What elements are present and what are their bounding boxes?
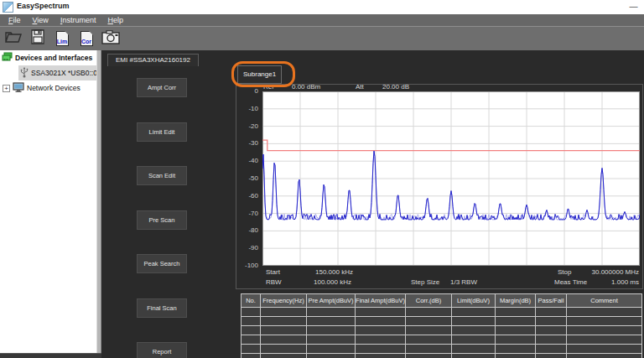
screenshot-button[interactable] (101, 29, 121, 49)
correction-file-button[interactable]: Cor (76, 29, 96, 49)
results-cell (452, 345, 496, 354)
results-cell (452, 317, 496, 326)
report-button[interactable]: Report (137, 342, 187, 358)
limit-edit-button[interactable]: Limit Edit (137, 122, 187, 142)
y-tick-label: -20 (248, 123, 258, 130)
col-final-ampt[interactable]: Final Ampt(dBuV) (356, 294, 406, 308)
y-tick-label: -10 (248, 106, 258, 112)
save-floppy-icon (30, 29, 45, 48)
minimize-button[interactable]: — (627, 3, 640, 13)
results-empty-row[interactable] (242, 354, 642, 358)
col-pre-ampt[interactable]: Pre Ampt(dBuV) (307, 294, 356, 308)
page-fold (65, 31, 69, 35)
tree-root-devices-and-interfaces[interactable]: Devices and Interfaces (0, 50, 96, 65)
results-cell (567, 354, 642, 358)
y-tick-label: -70 (248, 210, 258, 217)
tab-emi-session[interactable]: EMI #SSA3XHA2160192 (107, 54, 199, 66)
col-pass-fail[interactable]: Pass/Fail (536, 294, 567, 308)
results-cell (356, 308, 406, 317)
results-cell (261, 335, 307, 345)
y-tick-label: -80 (248, 227, 258, 234)
network-computer-icon (13, 82, 24, 94)
tree-item-device-label: SSA3021X *USB0::0xF4EC::0 (31, 69, 96, 77)
results-cell (496, 326, 536, 335)
results-empty-row[interactable] (242, 335, 642, 345)
tree-root-label: Devices and Interfaces (15, 54, 92, 62)
results-cell (406, 345, 452, 354)
menu-item-view[interactable]: View (27, 14, 55, 26)
meas-time-value: 1.000 ms (611, 278, 639, 286)
results-empty-row[interactable] (242, 345, 642, 354)
menu-bar: File View Instrument Help (0, 14, 644, 26)
usb-icon (20, 67, 29, 80)
results-cell (406, 335, 452, 345)
scan-edit-button[interactable]: Scan Edit (137, 166, 187, 185)
y-tick-label: -30 (248, 140, 258, 147)
results-cell (307, 317, 356, 326)
results-cell (496, 345, 536, 354)
results-cell (536, 326, 567, 335)
results-cell (356, 326, 406, 335)
results-cell (567, 335, 642, 345)
results-cell (452, 308, 496, 317)
save-button[interactable] (28, 29, 48, 49)
peak-search-button[interactable]: Peak Search (137, 254, 187, 273)
limit-edit-file-button[interactable]: Lim (52, 29, 72, 49)
results-cell (307, 354, 356, 358)
main-panel: EMI #SSA3XHA2160192 Ampt Corr Limit Edit… (101, 50, 644, 358)
col-margin[interactable]: Margin(dB) (496, 294, 536, 308)
pre-scan-button[interactable]: Pre Scan (137, 210, 187, 230)
results-cell (452, 354, 496, 358)
results-cell (356, 345, 406, 354)
limit-doc-label: Lim (57, 39, 68, 44)
results-cell (242, 317, 261, 326)
subrange-tab[interactable]: Subrange1 (237, 65, 282, 84)
results-cell (536, 308, 567, 317)
menu-item-file[interactable]: File (3, 14, 27, 26)
final-scan-button[interactable]: Final Scan (137, 298, 187, 318)
ampt-corr-button[interactable]: Ampt Corr (137, 78, 187, 97)
window-bottom-frame (0, 353, 101, 358)
results-cell (536, 335, 567, 345)
results-cell (567, 317, 642, 326)
results-empty-row[interactable] (242, 326, 642, 335)
spectrum-chart-panel: Ref 0.00 dBm Att 20.00 dB 0-10-20-30-40-… (236, 84, 643, 289)
results-cell (356, 354, 406, 358)
correction-doc-label: Cor (81, 39, 92, 44)
y-axis-tick-labels: 0-10-20-30-40-50-60-70-80-90-100 (236, 85, 260, 290)
start-freq-value: 150.000 kHz (315, 268, 353, 276)
menu-item-instrument[interactable]: Instrument (55, 14, 102, 26)
results-empty-row[interactable] (242, 308, 642, 317)
tree-item-network-devices[interactable]: + Network Devices (0, 80, 96, 96)
easyspectrum-window: EasySpectrum — File View Instrument Help (0, 0, 644, 358)
menu-item-help[interactable]: Help (101, 14, 129, 26)
spectrum-plot[interactable] (262, 91, 640, 266)
tree-item-ssa3021x-device[interactable]: SSA3021X *USB0::0xF4EC::0 (18, 65, 96, 80)
col-comment[interactable]: Comment (567, 294, 642, 308)
open-file-button[interactable] (3, 29, 23, 49)
col-corr[interactable]: Corr.(dB) (406, 294, 452, 308)
y-tick-label: -90 (248, 245, 258, 252)
expand-plus-icon[interactable]: + (3, 85, 10, 92)
results-cell (261, 354, 307, 358)
results-cell (261, 326, 307, 335)
y-tick-label: -100 (245, 262, 258, 269)
results-table: No. Frequency(Hz) Pre Ampt(dBuV) Final A… (241, 293, 641, 358)
limit-document-icon: Lim (56, 31, 69, 46)
col-frequency[interactable]: Frequency(Hz) (261, 294, 307, 308)
results-cell (452, 326, 496, 335)
col-limit[interactable]: Limit(dBuV) (452, 294, 496, 308)
stop-freq-label: Stop (558, 268, 571, 276)
interfaces-icon (2, 52, 13, 64)
results-cell (242, 308, 261, 317)
results-empty-row[interactable] (242, 317, 642, 326)
tree-item-network-label: Network Devices (27, 84, 80, 92)
results-cell (307, 308, 356, 317)
camera-icon (101, 30, 120, 48)
results-cell (307, 345, 356, 354)
devices-sidebar: Devices and Interfaces SSA3021X *USB0::0… (0, 50, 96, 353)
results-cell (406, 317, 452, 326)
att-label: Att (356, 83, 364, 91)
col-no[interactable]: No. (242, 294, 261, 308)
results-cell (261, 308, 307, 317)
